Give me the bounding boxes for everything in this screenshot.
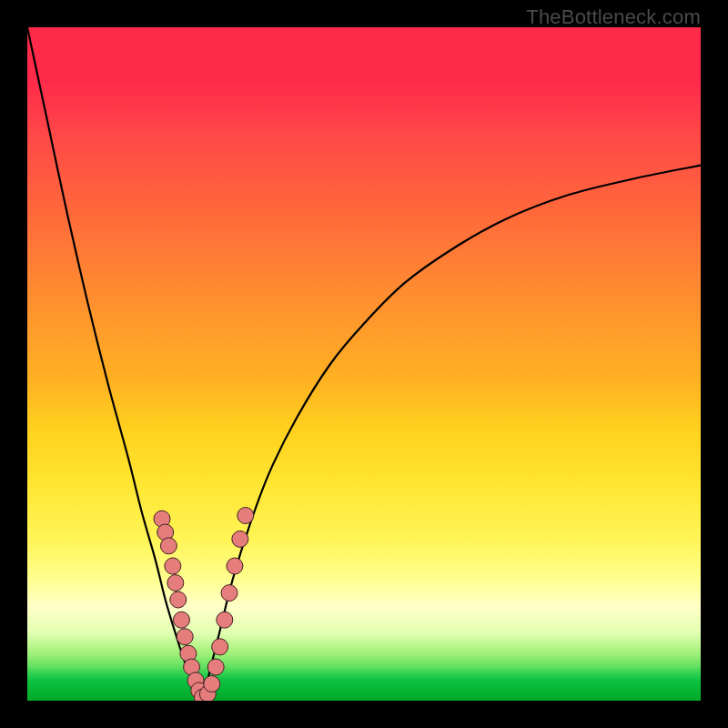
data-marker [212,639,228,655]
curve-layer [27,27,701,701]
data-marker [207,659,224,675]
data-marker [177,629,193,645]
data-marker [160,538,177,554]
data-marker [165,558,181,574]
marker-layer [154,508,254,702]
data-marker [173,612,189,628]
chart-frame: TheBottleneck.com [0,0,728,728]
data-marker [167,575,184,592]
curve-right-branch [202,166,701,701]
attribution-text: TheBottleneck.com [526,5,701,29]
data-marker [227,558,243,574]
chart-svg [27,27,701,701]
data-marker [232,531,248,547]
data-marker [217,612,233,628]
data-marker [204,676,220,693]
data-marker [238,508,254,524]
data-marker [170,592,187,608]
data-marker [221,585,238,602]
